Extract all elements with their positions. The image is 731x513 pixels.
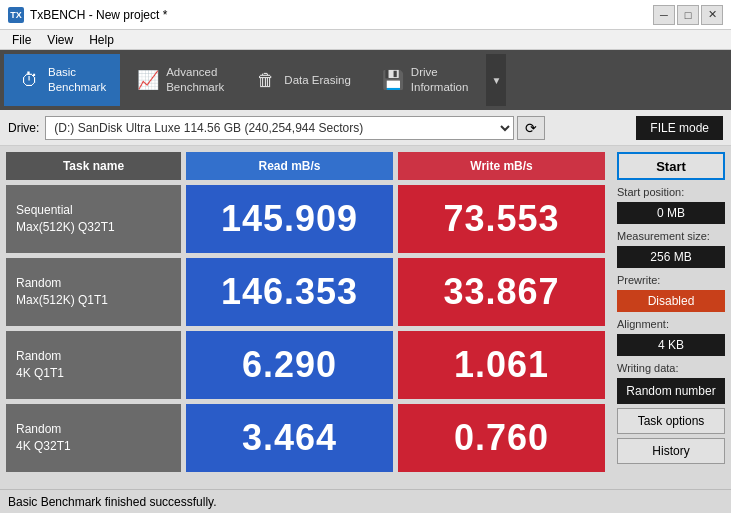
start-position-value: 0 MB (617, 202, 725, 224)
writing-data-value[interactable]: Random number (617, 378, 725, 404)
toolbar-dropdown[interactable]: ▼ (486, 54, 506, 106)
row-2-name: Random 4K Q1T1 (6, 331, 181, 399)
alignment-label: Alignment: (617, 318, 669, 330)
main-content: Task name Read mB/s Write mB/s Sequentia… (0, 146, 731, 489)
bench-row-3: Random 4K Q32T1 3.464 0.760 (6, 404, 605, 472)
drive-select[interactable]: (D:) SanDisk Ultra Luxe 114.56 GB (240,2… (45, 116, 514, 140)
app-icon-text: TX (10, 10, 22, 20)
col-header-read: Read mB/s (186, 152, 393, 180)
col-header-name: Task name (6, 152, 181, 180)
row-1-write: 33.867 (398, 258, 605, 326)
bench-row-0: Sequential Max(512K) Q32T1 145.909 73.55… (6, 185, 605, 253)
data-erasing-icon: 🗑 (254, 68, 278, 92)
row-1-read: 146.353 (186, 258, 393, 326)
drive-info-label: Drive Information (411, 65, 469, 95)
row-2-read: 6.290 (186, 331, 393, 399)
row-2-write: 1.061 (398, 331, 605, 399)
drive-bar: Drive: (D:) SanDisk Ultra Luxe 114.56 GB… (0, 110, 731, 146)
row-1-name: Random Max(512K) Q1T1 (6, 258, 181, 326)
right-panel: Start Start position: 0 MB Measurement s… (611, 146, 731, 489)
file-mode-button[interactable]: FILE mode (636, 116, 723, 140)
row-0-name: Sequential Max(512K) Q32T1 (6, 185, 181, 253)
maximize-button[interactable]: □ (677, 5, 699, 25)
start-position-label: Start position: (617, 186, 684, 198)
advanced-benchmark-icon: 📈 (136, 68, 160, 92)
row-3-read: 3.464 (186, 404, 393, 472)
row-0-write: 73.553 (398, 185, 605, 253)
toolbar-btn-erase[interactable]: 🗑 Data Erasing (240, 54, 364, 106)
bench-row-2: Random 4K Q1T1 6.290 1.061 (6, 331, 605, 399)
alignment-value: 4 KB (617, 334, 725, 356)
measurement-size-value: 256 MB (617, 246, 725, 268)
window-title: TxBENCH - New project * (30, 8, 167, 22)
col-header-write: Write mB/s (398, 152, 605, 180)
row-0-read: 145.909 (186, 185, 393, 253)
bench-row-1: Random Max(512K) Q1T1 146.353 33.867 (6, 258, 605, 326)
drive-refresh-button[interactable]: ⟳ (517, 116, 545, 140)
title-bar: TX TxBENCH - New project * ─ □ ✕ (0, 0, 731, 30)
drive-select-wrapper: (D:) SanDisk Ultra Luxe 114.56 GB (240,2… (45, 116, 545, 140)
row-3-name: Random 4K Q32T1 (6, 404, 181, 472)
task-options-button[interactable]: Task options (617, 408, 725, 434)
menu-bar: File View Help (0, 30, 731, 50)
toolbar-btn-advanced[interactable]: 📈 Advanced Benchmark (122, 54, 238, 106)
toolbar: ⏱ Basic Benchmark 📈 Advanced Benchmark 🗑… (0, 50, 731, 110)
bench-area: Task name Read mB/s Write mB/s Sequentia… (0, 146, 611, 489)
drive-label: Drive: (8, 121, 39, 135)
measurement-size-label: Measurement size: (617, 230, 710, 242)
writing-data-label: Writing data: (617, 362, 679, 374)
status-message: Basic Benchmark finished successfully. (8, 495, 217, 509)
title-bar-controls: ─ □ ✕ (653, 5, 723, 25)
basic-benchmark-icon: ⏱ (18, 68, 42, 92)
toolbar-btn-drive[interactable]: 💾 Drive Information (367, 54, 483, 106)
basic-benchmark-label: Basic Benchmark (48, 65, 106, 95)
advanced-benchmark-label: Advanced Benchmark (166, 65, 224, 95)
data-erasing-label: Data Erasing (284, 73, 350, 88)
minimize-button[interactable]: ─ (653, 5, 675, 25)
history-button[interactable]: History (617, 438, 725, 464)
toolbar-btn-basic[interactable]: ⏱ Basic Benchmark (4, 54, 120, 106)
menu-view[interactable]: View (39, 31, 81, 49)
drive-info-icon: 💾 (381, 68, 405, 92)
start-button[interactable]: Start (617, 152, 725, 180)
table-header: Task name Read mB/s Write mB/s (6, 152, 605, 180)
app-icon: TX (8, 7, 24, 23)
prewrite-value: Disabled (617, 290, 725, 312)
close-button[interactable]: ✕ (701, 5, 723, 25)
prewrite-label: Prewrite: (617, 274, 660, 286)
row-3-write: 0.760 (398, 404, 605, 472)
title-bar-left: TX TxBENCH - New project * (8, 7, 167, 23)
menu-help[interactable]: Help (81, 31, 122, 49)
status-bar: Basic Benchmark finished successfully. (0, 489, 731, 513)
menu-file[interactable]: File (4, 31, 39, 49)
